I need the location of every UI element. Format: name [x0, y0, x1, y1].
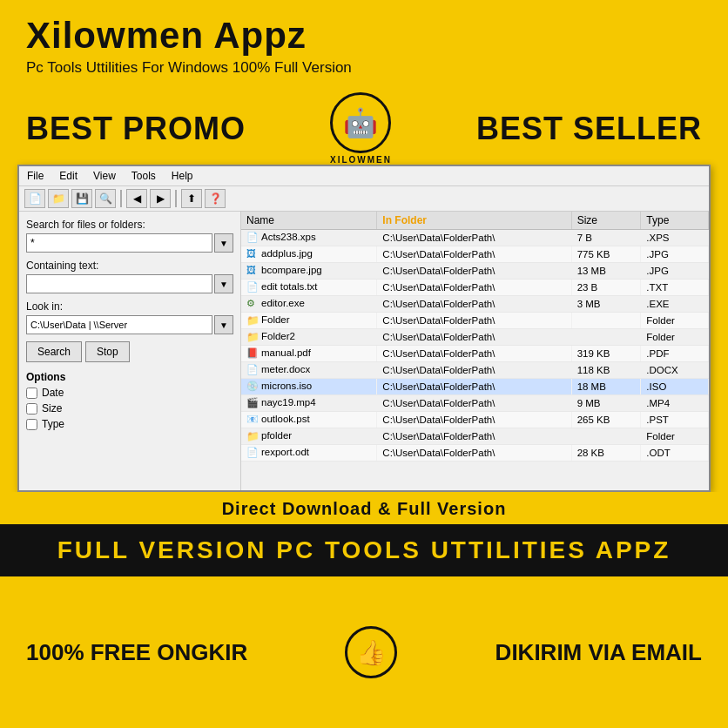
stop-button[interactable]: Stop: [85, 341, 130, 362]
toolbar: 📄 📁 💾 🔍 ◀ ▶ ⬆ ❓: [19, 186, 709, 212]
containing-dropdown[interactable]: ▼: [214, 274, 233, 293]
table-row[interactable]: 📁Folder C:\User\Data\FolderPath\ Folder: [241, 313, 709, 329]
table-row[interactable]: 🎬nayc19.mp4 C:\User\Data\FolderPath\ 9 M…: [241, 395, 709, 412]
file-size: 265 KB: [571, 412, 641, 428]
table-row[interactable]: 📄meter.docx C:\User\Data\FolderPath\ 118…: [241, 362, 709, 379]
size-option[interactable]: Size: [26, 402, 233, 415]
size-checkbox[interactable]: [26, 403, 37, 415]
file-name: 📄meter.docx: [241, 362, 377, 379]
table-row[interactable]: 📁pfolder C:\User\Data\FolderPath\ Folder: [241, 428, 709, 445]
file-type-icon: 🎬: [246, 397, 259, 409]
search-button[interactable]: Search: [26, 341, 82, 362]
menu-edit[interactable]: Edit: [57, 169, 80, 183]
toolbar-separator2: [175, 190, 177, 207]
toolbar-up[interactable]: ⬆: [181, 189, 202, 208]
file-type-icon: 🖼: [246, 265, 259, 277]
file-name: 🖼bcompare.jpg: [241, 263, 377, 280]
options-section: Options Date Size Type: [26, 371, 233, 430]
file-name: 📁Folder: [241, 313, 377, 329]
containing-input[interactable]: [26, 274, 212, 293]
search-dropdown[interactable]: ▼: [214, 233, 233, 253]
col-infolder[interactable]: In Folder: [377, 212, 571, 230]
bottom-right: DIKIRIM VIA EMAIL: [495, 639, 702, 666]
file-size: [571, 329, 641, 346]
table-row[interactable]: 📧outlook.pst C:\User\Data\FolderPath\ 26…: [241, 412, 709, 428]
file-type: Folder: [641, 428, 709, 445]
file-name: 📕manual.pdf: [241, 346, 377, 362]
file-name: 📧outlook.pst: [241, 412, 377, 428]
menu-tools[interactable]: Tools: [129, 169, 158, 183]
table-row[interactable]: ⚙editor.exe C:\User\Data\FolderPath\ 3 M…: [241, 296, 709, 313]
containing-label: Containing text:: [26, 260, 233, 272]
toolbar-help[interactable]: ❓: [205, 189, 226, 208]
table-row[interactable]: 📄edit totals.txt C:\User\Data\FolderPath…: [241, 280, 709, 296]
table-row[interactable]: 🖼addplus.jpg C:\User\Data\FolderPath\ 77…: [241, 246, 709, 263]
table-row[interactable]: 🖼bcompare.jpg C:\User\Data\FolderPath\ 1…: [241, 263, 709, 280]
file-size: 9 MB: [571, 395, 641, 412]
menu-file[interactable]: File: [24, 169, 46, 183]
file-folder: C:\User\Data\FolderPath\: [377, 280, 571, 296]
black-bar: FULL VERSION PC TOOLS UTTILITIES APPZ: [0, 524, 728, 576]
col-type[interactable]: Type: [641, 212, 709, 230]
file-type-icon: 📄: [246, 364, 259, 376]
file-type-icon: 📄: [246, 447, 259, 459]
file-type-icon: 🖼: [246, 248, 259, 260]
file-type-icon: 📁: [246, 331, 259, 343]
file-name: ⚙editor.exe: [241, 296, 377, 313]
bottom-bar: 100% FREE ONGKIR 👍 DIKIRIM VIA EMAIL: [0, 576, 728, 728]
file-type-icon: 📕: [246, 347, 259, 360]
file-size: 13 MB: [571, 263, 641, 280]
file-name: 📁Folder2: [241, 329, 377, 346]
file-folder: C:\User\Data\FolderPath\: [377, 412, 571, 428]
date-checkbox[interactable]: [26, 388, 37, 399]
search-panel: Search for files or folders: ▼ Containin…: [19, 212, 241, 490]
lookin-input[interactable]: [26, 315, 212, 334]
table-row[interactable]: 📄Acts238.xps C:\User\Data\FolderPath\ 7 …: [241, 230, 709, 246]
toolbar-open-folder[interactable]: 📁: [48, 189, 69, 208]
app-title: Xilowmen Appz: [26, 16, 702, 56]
toolbar-separator: [120, 190, 122, 207]
table-row[interactable]: 💿microns.iso C:\User\Data\FolderPath\ 18…: [241, 379, 709, 395]
file-size: [571, 428, 641, 445]
file-folder: C:\User\Data\FolderPath\: [377, 379, 571, 395]
file-type: Folder: [641, 313, 709, 329]
file-type-icon: ⚙: [246, 298, 259, 310]
file-type: .JPG: [641, 246, 709, 263]
col-size[interactable]: Size: [571, 212, 641, 230]
file-type: .PST: [641, 412, 709, 428]
toolbar-new[interactable]: 📄: [24, 189, 45, 208]
file-type-icon: 📁: [246, 430, 259, 442]
lookin-dropdown[interactable]: ▼: [214, 315, 233, 334]
file-type: .PDF: [641, 346, 709, 362]
logo: 🤖 XILOWMEN: [330, 92, 392, 165]
menu-help[interactable]: Help: [169, 169, 196, 183]
file-name: 🎬nayc19.mp4: [241, 395, 377, 412]
bottom-left: 100% FREE ONGKIR: [26, 639, 247, 666]
date-option[interactable]: Date: [26, 387, 233, 399]
file-folder: C:\User\Data\FolderPath\: [377, 263, 571, 280]
table-row[interactable]: 📕manual.pdf C:\User\Data\FolderPath\ 319…: [241, 346, 709, 362]
logo-text: XILOWMEN: [330, 155, 392, 165]
menu-bar: File Edit View Tools Help: [19, 166, 709, 186]
toolbar-search2[interactable]: 🔍: [95, 189, 116, 208]
type-checkbox[interactable]: [26, 419, 37, 430]
file-size: 319 KB: [571, 346, 641, 362]
search-input[interactable]: [26, 233, 212, 253]
file-name: 📁pfolder: [241, 428, 377, 445]
logo-icon: 🤖: [330, 92, 391, 153]
date-label: Date: [42, 387, 64, 399]
toolbar-forward[interactable]: ▶: [150, 189, 171, 208]
toolbar-save[interactable]: 💾: [71, 189, 92, 208]
type-option[interactable]: Type: [26, 418, 233, 430]
table-row[interactable]: 📄rexport.odt C:\User\Data\FolderPath\ 28…: [241, 445, 709, 462]
file-list-scroll[interactable]: Name In Folder Size Type 📄Acts238.xps C:…: [241, 212, 709, 490]
file-type: .TXT: [641, 280, 709, 296]
file-type: .ODT: [641, 445, 709, 462]
lookin-label: Look in:: [26, 300, 233, 313]
table-row[interactable]: 📁Folder2 C:\User\Data\FolderPath\ Folder: [241, 329, 709, 346]
file-folder: C:\User\Data\FolderPath\: [377, 445, 571, 462]
col-name[interactable]: Name: [241, 212, 377, 230]
toolbar-back[interactable]: ◀: [126, 189, 147, 208]
menu-view[interactable]: View: [91, 169, 118, 183]
file-type: Folder: [641, 329, 709, 346]
